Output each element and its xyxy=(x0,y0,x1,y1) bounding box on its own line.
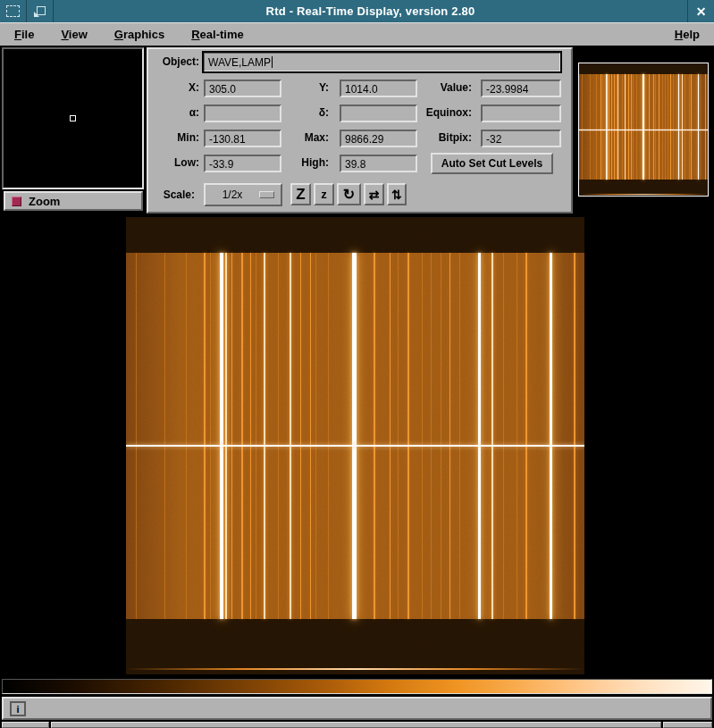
zoom-in-button[interactable]: Z xyxy=(290,183,311,205)
statusbar: i xyxy=(2,697,712,720)
resize-grip-left[interactable] xyxy=(2,722,49,728)
window-shade-button[interactable] xyxy=(27,0,54,22)
scale-label: Scale: xyxy=(148,188,195,201)
menu-view[interactable]: View xyxy=(61,28,87,41)
window-title: Rtd - Real-Time Display, version 2.80 xyxy=(54,4,687,18)
zoom-toggle[interactable]: Zoom xyxy=(4,191,143,211)
menu-file[interactable]: File xyxy=(14,28,34,41)
menu-realtime[interactable]: Real-time xyxy=(191,28,244,41)
alpha-input[interactable] xyxy=(204,105,281,122)
y-input[interactable]: 1014.0 xyxy=(340,79,417,97)
window-menu-button[interactable] xyxy=(0,0,27,22)
flip-x-button[interactable]: ⇄ xyxy=(364,183,384,205)
zoom-out-button[interactable]: z xyxy=(314,183,334,205)
panner-thumbnail[interactable] xyxy=(578,63,709,197)
resize-grip-middle[interactable] xyxy=(51,722,661,728)
info-button[interactable]: i xyxy=(10,701,26,716)
close-button[interactable]: ✕ xyxy=(687,0,714,22)
menu-graphics[interactable]: Graphics xyxy=(114,28,164,41)
titlebar[interactable]: Rtd - Real-Time Display, version 2.80 ✕ xyxy=(0,0,714,22)
min-label: Min: xyxy=(149,131,199,144)
max-input[interactable]: 9866.29 xyxy=(340,130,417,147)
high-label: High: xyxy=(279,156,329,169)
checkbox-indicator xyxy=(12,197,21,206)
y-label: Y: xyxy=(279,81,329,94)
min-input[interactable]: -130.81 xyxy=(204,130,281,147)
low-label: Low: xyxy=(149,156,199,169)
zoom-view-canvas xyxy=(2,47,144,189)
close-icon: ✕ xyxy=(696,4,707,19)
rotate-button[interactable]: ↻ xyxy=(337,183,361,205)
text-caret xyxy=(272,56,273,68)
value-input[interactable]: -23.9984 xyxy=(481,79,561,97)
bitpix-label: Bitpix: xyxy=(413,131,472,144)
equinox-input[interactable] xyxy=(481,105,561,122)
image-canvas[interactable] xyxy=(126,217,584,674)
rtd-window: Rtd - Real-Time Display, version 2.80 ✕ … xyxy=(0,0,714,728)
object-label: Object: xyxy=(149,55,199,68)
shade-window-icon xyxy=(33,5,46,18)
object-input[interactable]: WAVE,LAMP xyxy=(202,51,562,73)
high-input[interactable]: 39.8 xyxy=(340,155,417,172)
low-input[interactable]: -33.9 xyxy=(204,155,281,172)
info-icon: i xyxy=(16,704,19,715)
scale-dropdown[interactable]: 1/2x xyxy=(204,183,282,206)
object-value: WAVE,LAMP xyxy=(208,56,271,69)
menu-help[interactable]: Help xyxy=(675,28,700,41)
x-input[interactable]: 305.0 xyxy=(204,79,281,97)
panner[interactable] xyxy=(573,46,712,214)
alpha-label: α: xyxy=(149,106,199,119)
scale-value: 1/2x xyxy=(206,188,259,201)
resize-grip-right[interactable] xyxy=(663,722,712,728)
dashed-square-icon xyxy=(6,5,20,17)
max-label: Max: xyxy=(279,131,329,144)
dropdown-indicator-icon xyxy=(259,191,274,198)
value-label: Value: xyxy=(413,81,472,94)
zoom-label: Zoom xyxy=(29,195,60,208)
delta-input[interactable] xyxy=(340,105,417,122)
info-panel: Object: WAVE,LAMP X: 305.0 Y: 1014.0 Val… xyxy=(147,47,573,213)
auto-set-cut-levels-button[interactable]: Auto Set Cut Levels xyxy=(431,153,553,174)
bitpix-input[interactable]: -32 xyxy=(481,130,561,147)
resize-bar xyxy=(0,722,714,728)
zoom-marker xyxy=(70,115,76,121)
delta-label: δ: xyxy=(279,106,329,119)
colorbar xyxy=(2,679,712,694)
equinox-label: Equinox: xyxy=(413,106,472,119)
x-label: X: xyxy=(149,81,199,94)
flip-y-button[interactable]: ⇅ xyxy=(387,183,407,205)
menubar: File View Graphics Real-time Help xyxy=(0,22,714,46)
